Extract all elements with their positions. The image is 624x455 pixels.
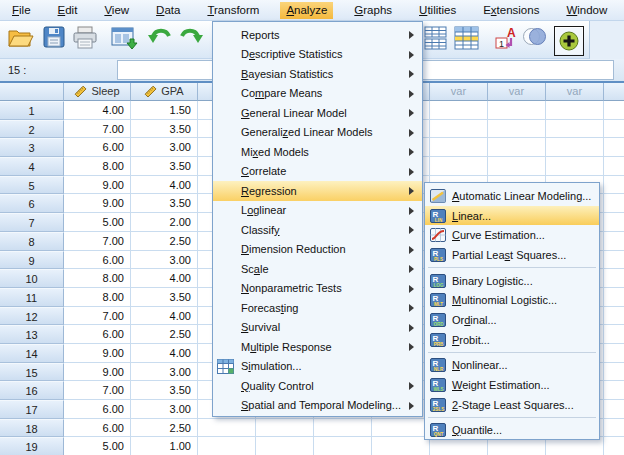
submenu-item-multinomial-logistic[interactable]: RMLTMultinomial Logistic... xyxy=(425,290,599,310)
row-number-cell[interactable]: 8 xyxy=(0,232,64,251)
empty-cell[interactable] xyxy=(604,400,624,419)
data-cell[interactable]: 4.00 xyxy=(131,176,198,195)
empty-cell[interactable] xyxy=(546,157,604,176)
submenu-item-nonlinear[interactable]: RNLRNonlinear... xyxy=(425,356,599,376)
menu-file[interactable]: File xyxy=(6,2,37,19)
empty-cell[interactable] xyxy=(604,138,624,157)
data-cell[interactable]: 1.00 xyxy=(131,437,198,455)
data-cell[interactable]: 3.50 xyxy=(131,120,198,139)
data-cell[interactable]: 8.00 xyxy=(64,288,131,307)
submenu-item-automatic-linear-modeling[interactable]: Automatic Linear Modeling... xyxy=(425,186,599,206)
menu-utilities[interactable]: Utilities xyxy=(413,2,462,19)
empty-cell[interactable] xyxy=(430,120,488,139)
data-cell[interactable]: 8.00 xyxy=(64,269,131,288)
data-cell[interactable]: 3.00 xyxy=(131,363,198,382)
menu-item-general-linear-model[interactable]: General Linear Model xyxy=(213,103,422,123)
data-cell[interactable]: 1.50 xyxy=(131,101,198,120)
empty-cell[interactable] xyxy=(604,213,624,232)
empty-cell[interactable] xyxy=(604,363,624,382)
empty-cell[interactable] xyxy=(604,157,624,176)
row-number-cell[interactable]: 15 xyxy=(0,363,64,382)
menu-transform[interactable]: Transform xyxy=(201,2,265,19)
empty-cell[interactable] xyxy=(314,437,372,455)
recall-dialogs-icon[interactable] xyxy=(110,26,139,51)
empty-cell[interactable] xyxy=(604,344,624,363)
submenu-item-probit[interactable]: RPRBProbit... xyxy=(425,330,599,350)
empty-cell[interactable] xyxy=(604,288,624,307)
grid-corner-cell[interactable] xyxy=(0,83,64,101)
column-header-var[interactable]: var xyxy=(430,83,488,101)
menu-graphs[interactable]: Graphs xyxy=(348,2,398,19)
empty-cell[interactable] xyxy=(604,232,624,251)
data-cell[interactable]: 7.00 xyxy=(64,381,131,400)
redo-icon[interactable] xyxy=(178,26,203,47)
data-cell[interactable]: 6.00 xyxy=(64,138,131,157)
data-cell[interactable]: 2.00 xyxy=(131,213,198,232)
empty-cell[interactable] xyxy=(604,419,624,438)
row-number-cell[interactable]: 1 xyxy=(0,101,64,120)
data-cell[interactable]: 3.50 xyxy=(131,194,198,213)
data-cell[interactable]: 6.00 xyxy=(64,325,131,344)
data-cell[interactable]: 9.00 xyxy=(64,344,131,363)
empty-cell[interactable] xyxy=(314,419,372,438)
row-number-cell[interactable]: 18 xyxy=(0,419,64,438)
data-cell[interactable]: 9.00 xyxy=(64,176,131,195)
menu-data[interactable]: Data xyxy=(150,2,186,19)
data-cell[interactable]: 3.00 xyxy=(131,400,198,419)
data-cell[interactable]: 3.50 xyxy=(131,381,198,400)
print-icon[interactable] xyxy=(72,26,98,49)
column-header-sleep[interactable]: Sleep xyxy=(64,83,131,101)
menu-edit[interactable]: Edit xyxy=(52,2,84,19)
row-number-cell[interactable]: 17 xyxy=(0,400,64,419)
empty-cell[interactable] xyxy=(198,419,256,438)
menu-item-simulation[interactable]: Simulation... xyxy=(213,357,422,377)
empty-cell[interactable] xyxy=(488,120,546,139)
submenu-item-2-stage-least-squares[interactable]: R2SLS2-Stage Least Squares... xyxy=(425,395,599,415)
menu-item-mixed-models[interactable]: Mixed Models xyxy=(213,142,422,162)
submenu-item-partial-least-squares[interactable]: RPLSPartial Least Squares... xyxy=(425,245,599,265)
data-cell[interactable]: 5.00 xyxy=(64,213,131,232)
menu-item-reports[interactable]: Reports xyxy=(213,25,422,45)
data-cell[interactable]: 2.50 xyxy=(131,325,198,344)
data-cell[interactable]: 7.00 xyxy=(64,120,131,139)
menu-item-descriptive-statistics[interactable]: Descriptive Statistics xyxy=(213,45,422,65)
empty-cell[interactable] xyxy=(256,419,314,438)
menu-item-scale[interactable]: Scale xyxy=(213,259,422,279)
split-file-icon[interactable] xyxy=(424,26,447,50)
data-cell[interactable]: 4.00 xyxy=(131,307,198,326)
menu-item-classify[interactable]: Classify xyxy=(213,220,422,240)
row-number-cell[interactable]: 5 xyxy=(0,176,64,195)
menu-extensions[interactable]: Extensions xyxy=(477,2,545,19)
custom-dialogs-icon[interactable] xyxy=(554,26,584,56)
data-cell[interactable]: 7.00 xyxy=(64,307,131,326)
empty-cell[interactable] xyxy=(604,307,624,326)
empty-cell[interactable] xyxy=(198,437,256,455)
data-cell[interactable]: 8.00 xyxy=(64,157,131,176)
empty-cell[interactable] xyxy=(604,381,624,400)
empty-cell[interactable] xyxy=(488,101,546,120)
empty-cell[interactable] xyxy=(604,325,624,344)
empty-cell[interactable] xyxy=(430,101,488,120)
empty-cell[interactable] xyxy=(546,138,604,157)
row-number-cell[interactable]: 14 xyxy=(0,344,64,363)
empty-cell[interactable] xyxy=(488,157,546,176)
row-number-cell[interactable]: 2 xyxy=(0,120,64,139)
menu-item-dimension-reduction[interactable]: Dimension Reduction xyxy=(213,240,422,260)
empty-cell[interactable] xyxy=(256,437,314,455)
menu-view[interactable]: View xyxy=(98,2,135,19)
data-cell[interactable]: 6.00 xyxy=(64,400,131,419)
empty-cell[interactable] xyxy=(604,101,624,120)
row-number-cell[interactable]: 11 xyxy=(0,288,64,307)
empty-cell[interactable] xyxy=(604,251,624,270)
menu-item-loglinear[interactable]: Loglinear xyxy=(213,201,422,221)
data-cell[interactable]: 9.00 xyxy=(64,363,131,382)
empty-cell[interactable] xyxy=(488,138,546,157)
menu-window[interactable]: Window xyxy=(560,2,613,19)
data-cell[interactable]: 3.00 xyxy=(131,251,198,270)
menu-item-spatial-and-temporal-modeling[interactable]: Spatial and Temporal Modeling... xyxy=(213,396,422,416)
row-number-cell[interactable]: 13 xyxy=(0,325,64,344)
menu-analyze[interactable]: Analyze xyxy=(280,2,333,19)
empty-cell[interactable] xyxy=(546,120,604,139)
data-cell[interactable]: 4.00 xyxy=(64,101,131,120)
empty-cell[interactable] xyxy=(372,437,430,455)
